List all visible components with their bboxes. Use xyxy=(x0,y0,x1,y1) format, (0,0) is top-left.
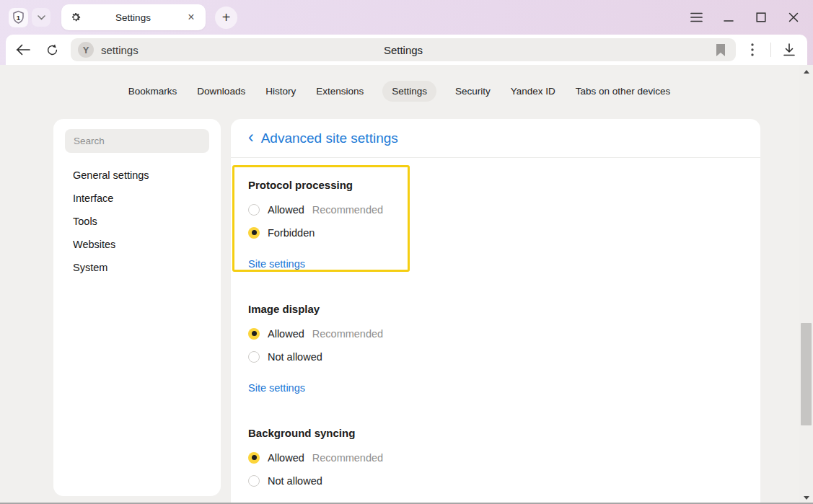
back-to-settings-header[interactable]: ‹ Advanced site settings xyxy=(231,119,760,158)
section-protocol-processing: Protocol processing Allowed Recommended … xyxy=(248,179,760,270)
kebab-menu-icon xyxy=(751,43,754,56)
toolbar-divider xyxy=(770,43,771,57)
option-label: Not allowed xyxy=(268,475,322,487)
sidebar-item-interface[interactable]: Interface xyxy=(73,193,209,205)
tab-list-chevron-button[interactable] xyxy=(32,8,50,27)
settings-sidebar: General settings Interface Tools Website… xyxy=(53,119,221,496)
reload-button[interactable] xyxy=(42,40,62,60)
radio-allowed[interactable] xyxy=(248,328,260,340)
plus-icon: + xyxy=(222,9,231,26)
section-image-display: Image display Allowed Recommended Not al… xyxy=(248,303,760,394)
site-settings-link[interactable]: Site settings xyxy=(248,258,305,270)
reload-icon xyxy=(45,43,59,57)
arrow-left-icon xyxy=(16,44,30,56)
option-allowed[interactable]: Allowed Recommended xyxy=(248,326,760,341)
option-label: Forbidden xyxy=(268,227,315,239)
browser-tab-settings[interactable]: Settings × xyxy=(61,4,206,30)
scroll-up-button[interactable] xyxy=(799,66,813,76)
sidebar-item-system[interactable]: System xyxy=(73,262,209,274)
triangle-up-icon xyxy=(804,70,809,74)
page-title-center: Settings xyxy=(71,44,736,56)
nav-tab-history[interactable]: History xyxy=(264,81,297,102)
tab-counter-button[interactable]: 1 xyxy=(9,8,28,27)
hamburger-icon xyxy=(690,12,703,22)
scroll-down-button[interactable] xyxy=(799,492,813,503)
gear-icon xyxy=(69,12,82,24)
option-label: Allowed xyxy=(268,204,304,216)
maximize-icon xyxy=(756,12,766,22)
tab-close-icon[interactable]: × xyxy=(185,11,198,24)
close-window-button[interactable] xyxy=(787,11,800,24)
section-title: Background syncing xyxy=(248,427,760,440)
option-allowed[interactable]: Allowed Recommended xyxy=(248,202,760,217)
recommended-note: Recommended xyxy=(312,328,383,340)
section-background-syncing: Background syncing Allowed Recommended N… xyxy=(248,427,760,504)
sidebar-item-general-settings[interactable]: General settings xyxy=(73,169,209,182)
recommended-note: Recommended xyxy=(312,204,383,216)
page-title: Advanced site settings xyxy=(261,131,398,146)
chevron-down-icon xyxy=(38,15,45,20)
option-not-allowed[interactable]: Not allowed xyxy=(248,473,760,488)
section-title: Image display xyxy=(248,303,760,316)
nav-tab-bookmarks[interactable]: Bookmarks xyxy=(127,81,179,102)
browser-toolbar: Y settings Settings xyxy=(6,35,807,65)
close-icon xyxy=(788,12,799,22)
nav-tab-yandex-id[interactable]: Yandex ID xyxy=(509,81,557,102)
new-tab-button[interactable]: + xyxy=(215,6,237,29)
option-label: Allowed xyxy=(268,328,304,340)
nav-tab-security[interactable]: Security xyxy=(454,81,492,102)
maximize-button[interactable] xyxy=(755,11,768,24)
downloads-button[interactable] xyxy=(778,39,800,61)
nav-tab-settings[interactable]: Settings xyxy=(382,81,436,102)
address-bar[interactable]: Y settings Settings xyxy=(71,38,736,61)
page-actions-button[interactable] xyxy=(742,39,763,61)
settings-sections: Protocol processing Allowed Recommended … xyxy=(231,179,760,504)
browser-window: 1 Settings × + xyxy=(0,0,813,504)
tab-count: 1 xyxy=(17,14,20,22)
tab-title: Settings xyxy=(82,12,185,23)
section-title: Protocol processing xyxy=(248,179,760,192)
option-label: Not allowed xyxy=(268,351,322,363)
window-controls xyxy=(690,11,800,24)
tab-strip: 1 Settings × + xyxy=(0,0,813,35)
radio-not-allowed[interactable] xyxy=(248,475,260,487)
minimize-button[interactable] xyxy=(722,11,735,24)
url-text: settings xyxy=(101,44,139,56)
download-icon xyxy=(783,43,796,56)
settings-page: Bookmarks Downloads History Extensions S… xyxy=(0,65,813,504)
advanced-site-settings-card: ‹ Advanced site settings Protocol proces… xyxy=(231,119,760,504)
nav-tab-downloads[interactable]: Downloads xyxy=(195,81,247,102)
site-settings-link[interactable]: Site settings xyxy=(248,382,305,394)
option-allowed[interactable]: Allowed Recommended xyxy=(248,450,760,465)
search-input[interactable] xyxy=(65,129,209,153)
bookmark-button[interactable] xyxy=(713,42,729,58)
radio-allowed[interactable] xyxy=(248,204,260,216)
sidebar-list: General settings Interface Tools Website… xyxy=(65,169,209,274)
toolbar-right-group xyxy=(742,39,800,61)
radio-allowed[interactable] xyxy=(248,452,260,464)
radio-not-allowed[interactable] xyxy=(248,351,260,363)
back-button[interactable] xyxy=(13,40,33,60)
radio-forbidden[interactable] xyxy=(248,227,260,239)
recommended-note: Recommended xyxy=(312,452,383,464)
vertical-scrollbar[interactable] xyxy=(799,65,813,504)
chevron-left-icon: ‹ xyxy=(248,129,254,148)
option-forbidden[interactable]: Forbidden xyxy=(248,225,760,240)
sidebar-item-tools[interactable]: Tools xyxy=(73,216,209,228)
settings-nav-tabs: Bookmarks Downloads History Extensions S… xyxy=(0,81,799,102)
browser-menu-button[interactable] xyxy=(690,11,703,24)
sidebar-item-websites[interactable]: Websites xyxy=(73,239,209,251)
triangle-down-icon xyxy=(804,496,809,500)
bookmark-flag-icon xyxy=(716,44,726,56)
option-not-allowed[interactable]: Not allowed xyxy=(248,349,760,364)
option-label: Allowed xyxy=(268,452,304,464)
nav-tab-tabs-on-other-devices[interactable]: Tabs on other devices xyxy=(574,81,672,102)
nav-tab-extensions[interactable]: Extensions xyxy=(315,81,365,102)
minimize-icon xyxy=(724,12,734,22)
scrollbar-thumb[interactable] xyxy=(801,323,812,425)
